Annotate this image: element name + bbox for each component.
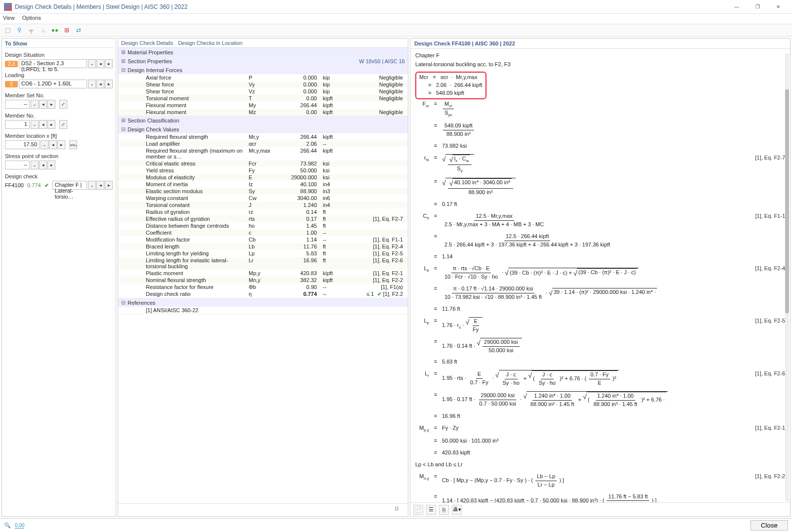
rp-chapter: Chapter F: [415, 52, 785, 60]
ms-next-button[interactable]: ▸: [47, 100, 55, 109]
ds-next-button[interactable]: ▸: [105, 59, 113, 68]
ratio-sym: η: [246, 290, 275, 298]
dc-ratio: 0.774: [27, 182, 41, 188]
tb-icon-5[interactable]: ●●: [50, 26, 59, 35]
design-situation-select[interactable]: DS2 - Section 2.3 (LRFD), 1. to 5.: [19, 59, 87, 68]
design-check-label: Design check: [5, 173, 113, 179]
scrollbar[interactable]: [785, 53, 789, 501]
ld-prev-button[interactable]: ◂: [96, 80, 104, 88]
table-row: Limiting length for yieldingLp5.83ft[1],…: [118, 250, 408, 257]
member-no-label: Member No.: [5, 113, 113, 119]
left-header: To Show: [5, 41, 113, 48]
ms-chevron-icon[interactable]: ⌄: [31, 100, 39, 109]
table-row: Yield stressFy50.000ksi: [118, 167, 408, 174]
minimize-icon[interactable]: —: [727, 4, 747, 9]
ms-pick-icon[interactable]: ⤢: [59, 100, 67, 109]
table-row: Braced lengthLb11.76ft[1], Eq. F2-4: [118, 243, 408, 250]
ft-icon-1[interactable]: 🔍: [4, 522, 11, 529]
member-loc-label: Member location x [ft]: [5, 133, 113, 139]
table-row: Torsional momentT0.00kipftNegligible: [118, 95, 408, 102]
table-row: Warping constantCw3040.00in6: [118, 195, 408, 202]
grp-section-right: W 18x50 | AISC 16: [359, 58, 405, 64]
member-set-select[interactable]: --: [5, 100, 30, 109]
ml-next-button[interactable]: ▸: [57, 140, 65, 149]
collapse-icon[interactable]: ⊟: [121, 126, 126, 132]
cond: Lp < Lb and Lb ≤ Lr: [415, 461, 785, 469]
rp-tb-3[interactable]: ⎘: [439, 505, 449, 515]
restore-icon[interactable]: ❐: [748, 4, 767, 9]
ml-xx-icon[interactable]: x/x₀: [69, 140, 77, 149]
sp-prev-button[interactable]: ◂: [39, 161, 47, 169]
hl-1: Mcr = αcr · Mr,y,max: [419, 74, 483, 82]
sp-next-button[interactable]: ▸: [47, 161, 55, 169]
left-panel: To Show Design Situation 2.3 DS2 - Secti…: [1, 38, 116, 517]
expand-icon[interactable]: ⊞: [121, 49, 126, 55]
sp-chevron-icon[interactable]: ⌄: [31, 161, 39, 169]
mn-next-button[interactable]: ▸: [47, 120, 55, 129]
design-situation-badge: 2.3: [5, 61, 18, 67]
collapse-icon[interactable]: ⊟: [121, 67, 126, 73]
table-row: Shear forceVy0.000kipNegligible: [118, 81, 408, 88]
ld-next-button[interactable]: ▸: [105, 80, 113, 88]
table-row: Modification factorCb1.14--[1], Eq. F1-1: [118, 236, 408, 243]
close-icon[interactable]: ✕: [768, 4, 788, 9]
mn-chevron-icon[interactable]: ⌄: [31, 120, 39, 129]
menu-bar: View Options: [0, 14, 792, 24]
app-icon: [4, 3, 12, 11]
mid-tab-2[interactable]: Design Checks in Location: [178, 40, 242, 46]
ms-prev-button[interactable]: ◂: [39, 100, 47, 109]
grp-forces: Design Internal Forces: [128, 67, 182, 73]
expand-icon[interactable]: ⊞: [121, 117, 126, 123]
table-row: Torsional constantJ1.240in4: [118, 202, 408, 208]
menu-view[interactable]: View: [3, 15, 15, 21]
dc-chevron-icon[interactable]: ⌄: [88, 181, 96, 190]
table-row: Effective radius of gyrationrts0.17ft[1]…: [118, 215, 408, 222]
tb-icon-1[interactable]: ⬚: [3, 26, 12, 35]
mn-prev-button[interactable]: ◂: [39, 120, 47, 129]
mn-pick-icon[interactable]: ⤢: [59, 120, 67, 129]
stress-pt-select[interactable]: --: [5, 161, 30, 169]
table-row: Required flexural strengthMr,y266.44kipf…: [118, 133, 408, 140]
table-row: Critical elastic stressFcr73.982ksi: [118, 160, 408, 167]
rp-tb-2[interactable]: ☰: [426, 505, 436, 515]
rp-tb-print-icon[interactable]: 🖶▾: [452, 505, 462, 515]
member-no-select[interactable]: 1: [5, 120, 30, 129]
dc-check-icon: ✔: [44, 182, 49, 189]
table-row: Modulus of elasticityE29000.000ksi: [118, 174, 408, 181]
dc-desc-select[interactable]: Chapter F | Lateral-torsio…: [52, 181, 87, 190]
ds-chevron-icon[interactable]: ⌄: [88, 59, 96, 68]
tb-icon-2[interactable]: ⚲: [15, 26, 24, 35]
rp-title: Design Check FF4100 | AISC 360 | 2022: [410, 39, 790, 49]
title-bar: Design Check Details | Members | Steel D…: [0, 0, 792, 14]
footer: 🔍 0,00 Close: [0, 518, 792, 532]
menu-options[interactable]: Options: [22, 15, 41, 21]
tb-icon-6[interactable]: ⊞: [62, 26, 71, 35]
table-row: Flexural momentMz0.00kipftNegligible: [118, 109, 408, 116]
ml-chevron-icon[interactable]: ⌄: [41, 140, 48, 149]
loading-select[interactable]: CO6 - 1.20D + 1.60L: [19, 80, 87, 88]
tb-icon-3[interactable]: ╤: [27, 26, 36, 35]
rp-tb-1[interactable]: 📄: [413, 505, 423, 515]
close-button[interactable]: Close: [750, 520, 788, 531]
table-row: Distance between flange centroidsho1.45f…: [118, 222, 408, 229]
table-row: Plastic momentMp,y420.83kipft[1], Eq. F2…: [118, 270, 408, 277]
tb-icon-7[interactable]: ⇄: [74, 26, 83, 35]
mid-export-icon[interactable]: ⎙: [395, 505, 405, 515]
ratio-unit: --: [320, 290, 340, 298]
table-row: Nominal flexural strengthMn,y382.32kipft…: [118, 277, 408, 284]
tb-icon-4[interactable]: ⟂: [39, 26, 47, 35]
table-row: Required flexural strength (maximum on m…: [118, 147, 408, 160]
ft-icon-2[interactable]: 0,00: [15, 523, 24, 529]
ref-1: [1] ANSI/AISC 360-22: [132, 307, 408, 314]
ml-prev-button[interactable]: ◂: [49, 140, 57, 149]
member-loc-input[interactable]: 17.50: [5, 140, 40, 149]
dc-next-button[interactable]: ▸: [105, 181, 113, 190]
ds-prev-button[interactable]: ◂: [96, 59, 104, 68]
expand-icon[interactable]: ⊞: [121, 58, 126, 64]
ratio-ref: [1], F2.2: [383, 291, 403, 297]
ld-chevron-icon[interactable]: ⌄: [88, 80, 96, 88]
mid-tab-1[interactable]: Design Check Details: [121, 40, 173, 46]
collapse-icon[interactable]: ⊟: [121, 299, 126, 306]
dc-prev-button[interactable]: ◂: [96, 181, 104, 190]
ratio-check-icon: ✔: [377, 291, 382, 297]
